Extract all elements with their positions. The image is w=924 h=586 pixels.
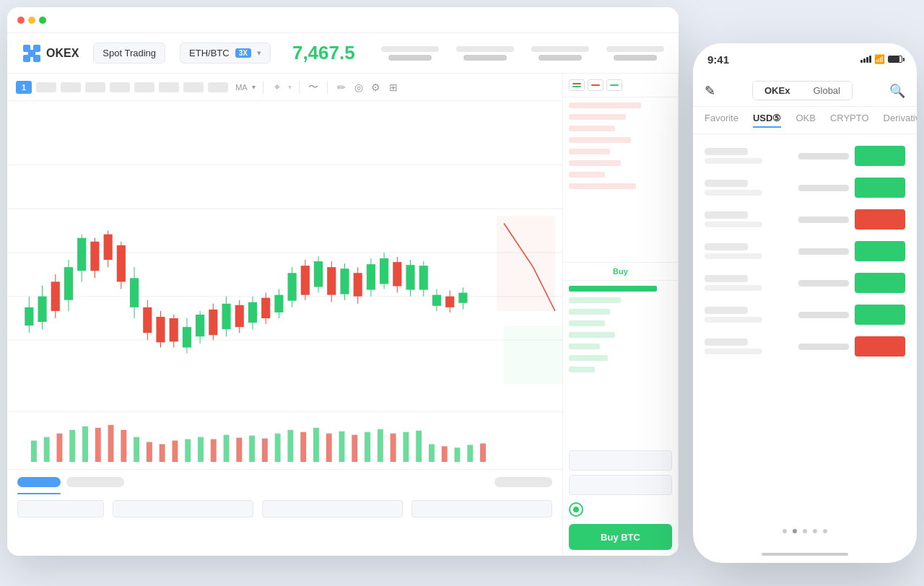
ask-bar-7 <box>569 171 672 178</box>
svg-rect-96 <box>236 438 242 463</box>
timeframe-4h[interactable] <box>134 82 154 92</box>
phone-nav: Favorite USD⑤ OKB CRYPTO Derivatives <box>693 107 917 134</box>
phone-time: 9:41 <box>707 53 729 66</box>
filter-input-1[interactable] <box>17 500 104 517</box>
buy-button-6[interactable] <box>855 305 905 325</box>
timeframe-1d[interactable] <box>159 82 179 92</box>
dot-2[interactable] <box>793 529 797 533</box>
filter-input-4[interactable] <box>411 500 552 517</box>
svg-rect-53 <box>301 266 310 294</box>
bid-bar-4 <box>569 331 672 338</box>
svg-rect-33 <box>170 318 178 341</box>
filter-input-3[interactable] <box>262 500 403 517</box>
nav-derivatives[interactable]: Derivatives <box>884 113 917 128</box>
nav-crypto[interactable]: CRYPTO <box>830 113 869 128</box>
mobile-phone: 9:41 📶 ✎ OKEx Global 🔍 Favorite USD⑤ OKB… <box>693 43 917 563</box>
bid-bar-7 <box>569 366 672 373</box>
dot-1[interactable] <box>783 529 787 533</box>
svg-rect-71 <box>419 266 428 289</box>
buy-button-5[interactable] <box>855 273 905 293</box>
sell-button-7[interactable] <box>855 336 905 357</box>
svg-rect-13 <box>38 297 46 322</box>
tab-okex[interactable]: OKEx <box>753 82 801 100</box>
chevron-down-icon-ma[interactable]: ▾ <box>252 83 256 91</box>
tab-right-1[interactable] <box>494 477 552 487</box>
edit-icon[interactable]: ✎ <box>705 83 715 99</box>
expand-icon[interactable]: ⊞ <box>387 81 400 94</box>
svg-rect-67 <box>393 262 401 286</box>
timeframe-active[interactable]: 1 <box>16 81 32 94</box>
timeframe-15m[interactable] <box>61 82 81 92</box>
list-item-6 <box>693 299 917 331</box>
svg-rect-57 <box>327 267 336 294</box>
timeframe-1w[interactable] <box>183 82 204 92</box>
list-item-price-6 <box>798 312 849 318</box>
stat-label-1 <box>381 46 439 52</box>
list-item-name-2 <box>705 180 748 187</box>
bid-bar-fill-4 <box>569 332 615 338</box>
price-display: 7,467.5 <box>292 42 355 64</box>
tab-global[interactable]: Global <box>801 82 852 100</box>
svg-rect-109 <box>403 432 409 462</box>
buy-btc-button[interactable]: Buy BTC <box>569 524 672 550</box>
timeframe-more[interactable] <box>208 82 228 92</box>
tab-order-history[interactable] <box>66 477 124 487</box>
filter-input-2[interactable] <box>113 500 253 517</box>
ob-tab-both[interactable] <box>569 79 585 91</box>
line-icon[interactable]: 〜 <box>307 81 320 94</box>
ob-tab-asks[interactable] <box>588 79 603 91</box>
bid-bar-active <box>569 285 672 292</box>
sell-button-3[interactable] <box>855 209 905 229</box>
timeframe-1h[interactable] <box>110 82 130 92</box>
ask-bar-3 <box>569 125 672 132</box>
ma-label[interactable]: MA <box>235 83 248 92</box>
draw-icon[interactable]: ✏ <box>335 81 348 94</box>
fullscreen-dot[interactable] <box>39 17 46 24</box>
svg-rect-97 <box>249 436 255 463</box>
list-item-sub-4 <box>705 253 762 259</box>
search-icon[interactable]: 🔍 <box>889 83 905 99</box>
indicator-icon[interactable]: ◎ <box>352 81 365 94</box>
toggle[interactable] <box>569 502 583 517</box>
list-item-name-4 <box>705 243 748 250</box>
svg-rect-100 <box>287 430 293 462</box>
buy-button-2[interactable] <box>855 178 905 198</box>
ask-bar-fill-7 <box>569 172 605 178</box>
svg-rect-106 <box>365 432 370 462</box>
order-book: Buy <box>563 74 679 556</box>
bid-bar-fill-7 <box>569 367 595 372</box>
tab-open-orders[interactable] <box>17 477 61 487</box>
signal-bars <box>860 56 871 63</box>
separator-3 <box>327 81 328 94</box>
nav-favorite[interactable]: Favorite <box>705 113 738 128</box>
filter-row <box>17 500 552 517</box>
minimize-dot[interactable] <box>28 17 35 24</box>
buy-button-1[interactable] <box>855 146 905 166</box>
buy-label: Buy <box>563 262 678 281</box>
timeframe-30m[interactable] <box>85 82 105 92</box>
dot-5[interactable] <box>823 529 827 533</box>
close-dot[interactable] <box>17 17 25 24</box>
amount-input[interactable] <box>569 475 672 495</box>
buy-button-4[interactable] <box>855 241 905 261</box>
stat-4 <box>606 46 664 61</box>
list-item-price-4 <box>798 248 849 255</box>
nav-usds[interactable]: USD⑤ <box>753 113 781 128</box>
svg-rect-94 <box>211 439 217 463</box>
spot-trading-button[interactable]: Spot Trading <box>93 43 165 64</box>
nav-okb[interactable]: OKB <box>796 113 815 128</box>
list-item-info-1 <box>705 148 793 164</box>
battery-fill <box>889 56 899 62</box>
timeframe-5m[interactable] <box>36 82 56 92</box>
settings-icon[interactable]: ⚙ <box>370 81 383 94</box>
crosshair-icon[interactable]: ⌖ <box>271 81 284 94</box>
bid-line-2 <box>610 84 619 86</box>
ob-tab-bids[interactable] <box>606 79 622 91</box>
pair-selector[interactable]: ETH/BTC 3X ▾ <box>180 43 271 64</box>
svg-rect-29 <box>143 307 152 333</box>
dot-3[interactable] <box>803 529 807 533</box>
logo-icon <box>22 43 42 64</box>
svg-rect-113 <box>455 447 461 462</box>
price-input[interactable] <box>569 450 672 471</box>
dot-4[interactable] <box>813 529 817 533</box>
